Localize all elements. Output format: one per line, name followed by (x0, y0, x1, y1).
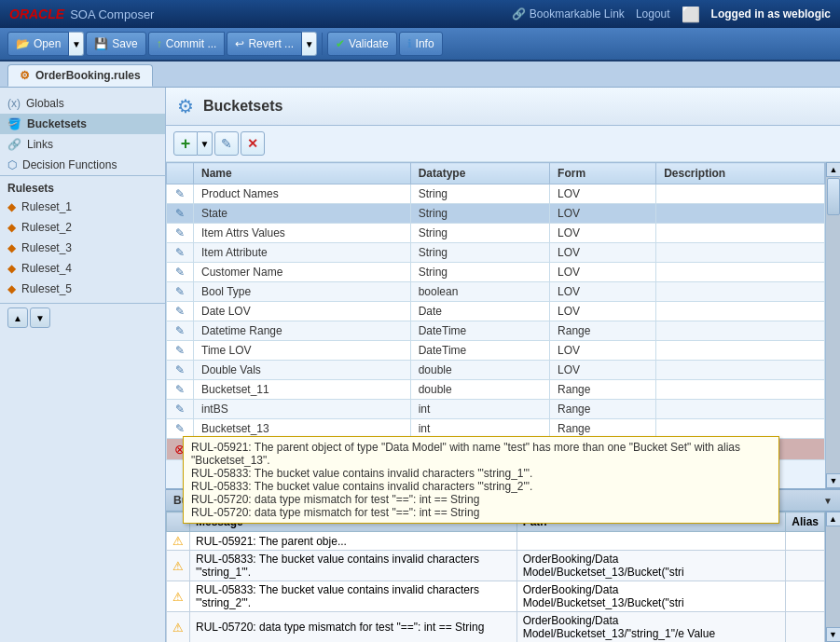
validate-icon: ✔ (336, 37, 345, 50)
bottom-scrollbar[interactable]: ▲ ▼ (825, 512, 840, 642)
table-row[interactable]: ✎ Time LOV DateTime LOV (167, 341, 825, 361)
table-row[interactable]: ✎ Double Vals double LOV (167, 361, 825, 380)
add-dropdown-arrow[interactable]: ▼ (198, 131, 213, 156)
row-name-cell: Bucketset_11 (194, 380, 411, 400)
bottom-table-wrapper[interactable]: Message Path Alias ⚠ RUL-05921: The pare… (166, 512, 825, 642)
open-button[interactable]: 📂 Open (7, 32, 69, 56)
table-row[interactable]: ✎ Date LOV Date LOV (167, 302, 825, 321)
table-row[interactable]: ✎ Item Attrs Values String LOV (167, 224, 825, 243)
logout-link[interactable]: Logout (636, 7, 670, 20)
sidebar-item-ruleset-5[interactable]: ◆ Ruleset_5 (0, 279, 165, 299)
bottom-scroll-up[interactable]: ▲ (826, 512, 841, 526)
table-row[interactable]: ✎ Datetime Range DateTime Range (167, 321, 825, 341)
table-row[interactable]: ✎ Item Attribute String LOV (167, 243, 825, 263)
add-btn-group: + ▼ (173, 131, 213, 156)
edit-row-icon: ✎ (175, 226, 185, 239)
row-description-cell (656, 243, 825, 263)
row-description-cell (656, 302, 825, 321)
row-datatype-cell: String (410, 184, 549, 204)
sidebar-item-ruleset-2[interactable]: ◆ Ruleset_2 (0, 217, 165, 238)
row-form-cell: LOV (550, 282, 656, 302)
soa-composer-text: SOA Composer (70, 7, 154, 21)
revert-dropdown-arrow[interactable]: ▼ (302, 32, 317, 56)
table-row[interactable]: ✎ Bucketset_11 double Range (167, 380, 825, 400)
validation-row[interactable]: ⚠ RUL-05833: The bucket value contains i… (167, 551, 825, 581)
warning-icon: ⚠ (172, 621, 184, 635)
sidebar-item-bucketsets[interactable]: 🪣 Bucketsets (0, 114, 165, 134)
edit-row-icon: ✎ (175, 363, 185, 376)
header-bar: ORACLE SOA Composer 🔗 Bookmarkable Link … (0, 0, 840, 28)
validate-button[interactable]: ✔ Validate (327, 32, 396, 56)
row-datatype-cell: String (410, 263, 549, 282)
sidebar-item-ruleset-1[interactable]: ◆ Ruleset_1 (0, 197, 165, 217)
table-header: Name Datatype Form Description (167, 163, 825, 184)
row-datatype-cell: String (410, 243, 549, 263)
row-datatype-cell: String (410, 204, 549, 224)
tab-orderbooking-rules[interactable]: ⚙ OrderBooking.rules (7, 64, 153, 87)
sidebar-item-ruleset-4[interactable]: ◆ Ruleset_4 (0, 258, 165, 279)
edit-button[interactable]: ✎ (214, 131, 239, 156)
open-icon: 📂 (16, 37, 30, 50)
row-form-cell: LOV (550, 243, 656, 263)
bucketsets-header-icon: ⚙ (177, 95, 194, 117)
table-body: ✎ Product Names String LOV ✎ State Strin… (167, 184, 825, 460)
validation-row[interactable]: ⚠ RUL-05833: The bucket value contains i… (167, 581, 825, 612)
row-name-cell: intBS (194, 400, 411, 419)
nav-down-button[interactable]: ▼ (30, 307, 50, 328)
nav-up-button[interactable]: ▲ (7, 307, 28, 328)
add-button[interactable]: + (173, 131, 198, 156)
sidebar-item-ruleset-3[interactable]: ◆ Ruleset_3 (0, 238, 165, 258)
sidebar-item-globals[interactable]: (x) Globals (0, 93, 165, 114)
row-form-cell: Range (550, 380, 656, 400)
validation-row[interactable]: ⚠ RUL-05720: data type mismatch for test… (167, 612, 825, 643)
row-icon-cell: ✎ (167, 243, 194, 263)
col-icon-header (167, 163, 194, 184)
row-datatype-cell: double (410, 361, 549, 380)
commit-button[interactable]: ↑ Commit ... (148, 32, 226, 56)
open-dropdown-arrow[interactable]: ▼ (69, 32, 84, 56)
open-btn-group: 📂 Open ▼ (7, 32, 84, 56)
row-name-cell: Time LOV (194, 341, 411, 361)
sidebar-nav-arrows: ▲ ▼ (0, 303, 165, 332)
edit-row-icon: ✎ (175, 285, 185, 298)
sidebar-item-decision-functions[interactable]: ⬡ Decision Functions (0, 155, 165, 175)
tooltip-line4: RUL-05720: data type mismatch for test "… (191, 493, 771, 506)
edit-row-icon: ✎ (175, 403, 185, 416)
main-layout: (x) Globals 🪣 Bucketsets 🔗 Links ⬡ Decis… (0, 88, 840, 642)
sidebar-item-links[interactable]: 🔗 Links (0, 134, 165, 155)
right-scrollbar[interactable]: ▲ ▼ (825, 162, 840, 488)
bottom-scroll-track (826, 526, 840, 627)
warning-icon: ⚠ (172, 559, 184, 573)
vrow-path-cell: OrderBooking/Data Model/Bucketset_13/"st… (516, 612, 786, 643)
ruleset4-icon: ◆ (7, 262, 16, 275)
table-row[interactable]: ✎ State String LOV (167, 204, 825, 224)
row-description-cell (656, 263, 825, 282)
edit-row-icon: ✎ (175, 246, 185, 259)
bottom-scroll-down[interactable]: ▼ (826, 627, 841, 642)
bookmarkable-link[interactable]: 🔗 Bookmarkable Link (512, 7, 625, 20)
vrow-path-cell: OrderBooking/Data Model/Bucketset_13/Buc… (516, 581, 786, 612)
validation-row[interactable]: ⚠ RUL-05921: The parent obje... (167, 532, 825, 551)
vrow-alias-cell (786, 532, 825, 551)
link-icon: 🔗 (512, 7, 526, 20)
edit-row-icon: ✎ (175, 187, 185, 200)
scroll-thumb[interactable] (827, 178, 840, 215)
globals-icon: (x) (7, 97, 21, 110)
delete-button[interactable]: ✕ (241, 131, 265, 156)
revert-button[interactable]: ↩ Revert ... (227, 32, 302, 56)
scroll-up-btn[interactable]: ▲ (826, 162, 840, 177)
scroll-down-btn[interactable]: ▼ (826, 473, 840, 488)
table-row[interactable]: ✎ Product Names String LOV (167, 184, 825, 204)
warning-icon: ⚠ (172, 534, 184, 548)
row-form-cell: LOV (550, 341, 656, 361)
info-button[interactable]: ℹ Info (399, 32, 443, 56)
table-row[interactable]: ✎ intBS int Range (167, 400, 825, 419)
table-row[interactable]: ✎ Bool Type boolean LOV (167, 282, 825, 302)
row-description-cell (656, 341, 825, 361)
edit-row-icon: ✎ (175, 266, 185, 279)
table-row[interactable]: ✎ Customer Name String LOV (167, 263, 825, 282)
save-button[interactable]: 💾 Save (86, 32, 145, 56)
row-form-cell: Range (550, 400, 656, 419)
row-description-cell (656, 400, 825, 419)
row-icon-cell: ✎ (167, 380, 194, 400)
